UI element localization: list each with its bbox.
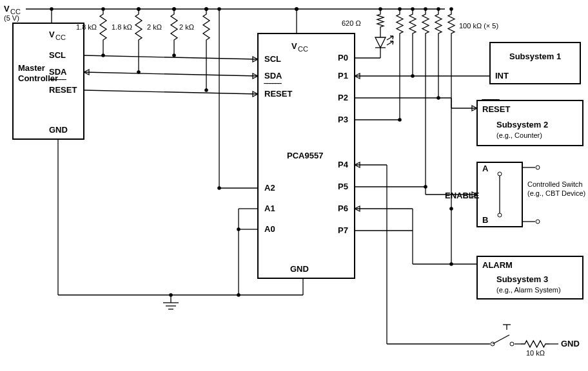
svg-point-62 bbox=[237, 293, 240, 297]
svg-point-68 bbox=[217, 186, 221, 190]
svg-text:P4: P4 bbox=[338, 160, 349, 169]
svg-line-47 bbox=[84, 72, 258, 76]
svg-point-83 bbox=[436, 7, 440, 11]
svg-point-84 bbox=[449, 7, 453, 11]
svg-point-150 bbox=[295, 7, 299, 11]
svg-text:100 kΩ (× 5): 100 kΩ (× 5) bbox=[459, 22, 498, 30]
svg-point-15 bbox=[50, 7, 54, 11]
svg-text:V: V bbox=[4, 4, 10, 14]
svg-point-120 bbox=[536, 166, 540, 169]
svg-point-109 bbox=[498, 172, 502, 176]
svg-point-39 bbox=[101, 7, 105, 11]
svg-text:(5 V): (5 V) bbox=[4, 14, 19, 22]
svg-text:GND: GND bbox=[290, 264, 309, 274]
svg-point-140 bbox=[510, 342, 514, 346]
svg-text:P3: P3 bbox=[338, 115, 348, 124]
svg-text:CC: CC bbox=[55, 33, 66, 41]
svg-point-64 bbox=[237, 227, 240, 231]
svg-text:10 kΩ: 10 kΩ bbox=[526, 349, 545, 357]
svg-point-80 bbox=[398, 7, 402, 11]
svg-text:V: V bbox=[49, 30, 55, 39]
svg-text:P2: P2 bbox=[338, 93, 348, 102]
svg-text:1.8 kΩ: 1.8 kΩ bbox=[76, 23, 97, 31]
svg-text:Subsystem 1: Subsystem 1 bbox=[509, 52, 561, 61]
svg-text:GND: GND bbox=[561, 339, 580, 348]
svg-line-46 bbox=[84, 55, 258, 59]
svg-text:SDA: SDA bbox=[264, 71, 282, 81]
svg-text:P7: P7 bbox=[338, 225, 348, 235]
svg-text:SCL: SCL bbox=[49, 50, 66, 60]
svg-point-110 bbox=[498, 213, 502, 217]
svg-text:A: A bbox=[482, 164, 489, 173]
svg-text:Master: Master bbox=[18, 63, 45, 73]
svg-text:INT: INT bbox=[495, 71, 509, 81]
svg-text:Subsystem 2: Subsystem 2 bbox=[496, 120, 548, 129]
svg-text:Subsystem 3: Subsystem 3 bbox=[496, 274, 548, 284]
svg-text:B: B bbox=[482, 215, 488, 225]
svg-point-149 bbox=[204, 7, 208, 11]
svg-text:V: V bbox=[291, 41, 297, 51]
svg-text:SDA: SDA bbox=[49, 67, 67, 77]
svg-text:GND: GND bbox=[49, 125, 68, 135]
svg-point-82 bbox=[424, 7, 427, 11]
svg-text:CC: CC bbox=[298, 45, 308, 53]
svg-line-48 bbox=[84, 90, 258, 94]
svg-point-81 bbox=[411, 7, 415, 11]
svg-text:(e.g., Counter): (e.g., Counter) bbox=[496, 131, 542, 139]
svg-text:P0: P0 bbox=[338, 53, 348, 62]
svg-text:PCA9557: PCA9557 bbox=[287, 151, 323, 160]
svg-text:(e.g., Alarm System): (e.g., Alarm System) bbox=[496, 286, 561, 294]
svg-text:P1: P1 bbox=[338, 71, 348, 81]
svg-text:A1: A1 bbox=[264, 204, 275, 213]
svg-text:1.8 kΩ: 1.8 kΩ bbox=[112, 23, 132, 31]
svg-point-75 bbox=[378, 7, 382, 11]
svg-point-67 bbox=[217, 7, 221, 11]
svg-point-134 bbox=[449, 207, 453, 211]
svg-point-104 bbox=[398, 118, 402, 122]
svg-point-122 bbox=[536, 220, 540, 224]
svg-text:ALARM: ALARM bbox=[482, 260, 513, 270]
svg-text:2 kΩ: 2 kΩ bbox=[179, 23, 194, 31]
svg-text:P5: P5 bbox=[338, 182, 348, 191]
svg-text:P6: P6 bbox=[338, 204, 348, 213]
svg-text:A2: A2 bbox=[264, 183, 275, 193]
svg-text:‾‾‾‾‾‾: ‾‾‾‾‾‾ bbox=[48, 78, 67, 88]
svg-text:(e.g., CBT Device): (e.g., CBT Device) bbox=[527, 189, 585, 197]
svg-text:SCL: SCL bbox=[264, 54, 281, 64]
svg-text:A0: A0 bbox=[264, 224, 275, 234]
svg-text:‾‾‾‾‾‾: ‾‾‾‾‾‾ bbox=[264, 82, 282, 91]
svg-text:Controlled Switch: Controlled Switch bbox=[527, 180, 583, 188]
svg-point-148 bbox=[172, 7, 176, 11]
svg-text:‾‾‾‾‾‾: ‾‾‾‾‾‾ bbox=[482, 98, 500, 108]
svg-line-139 bbox=[493, 335, 509, 344]
svg-point-147 bbox=[137, 7, 141, 11]
svg-text:620 Ω: 620 Ω bbox=[342, 19, 361, 27]
svg-text:2 kΩ: 2 kΩ bbox=[147, 23, 162, 31]
